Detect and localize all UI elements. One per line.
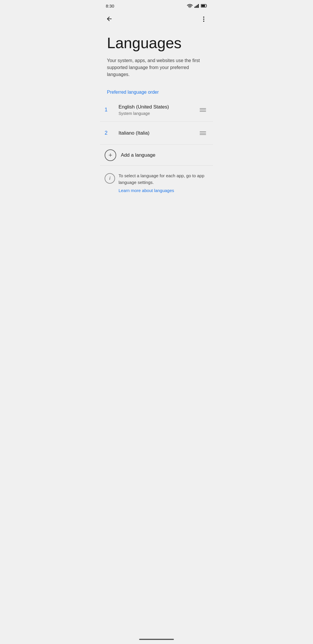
page-description: Your system, apps, and websites use the … (107, 57, 206, 78)
add-language-item[interactable]: + Add a language (100, 145, 213, 166)
language-number-1: 1 (105, 107, 114, 113)
svg-point-7 (203, 17, 204, 18)
more-options-icon (200, 16, 207, 24)
back-arrow-icon (106, 15, 113, 24)
svg-point-0 (190, 8, 190, 8)
svg-rect-4 (198, 4, 199, 8)
svg-rect-3 (197, 5, 198, 8)
language-item-1[interactable]: 1 English (United States) System languag… (100, 98, 213, 122)
language-info-2: Italiano (Italia) (116, 126, 197, 141)
language-subtitle-1: System language (119, 111, 195, 116)
language-info-1: English (United States) System language (116, 100, 197, 120)
add-language-label: Add a language (121, 152, 155, 158)
plus-icon: + (109, 152, 112, 158)
battery-icon (201, 4, 207, 8)
preferred-language-order-label[interactable]: Preferred language order (107, 90, 159, 95)
svg-point-8 (203, 19, 204, 20)
info-description: To select a language for each app, go to… (119, 173, 208, 186)
svg-point-9 (203, 21, 204, 22)
info-text-block: To select a language for each app, go to… (119, 173, 208, 193)
drag-handle-line (200, 108, 206, 109)
info-icon-label: i (109, 176, 110, 181)
language-list: 1 English (United States) System languag… (100, 98, 213, 166)
drag-handle-line (200, 131, 206, 132)
more-options-button[interactable] (197, 13, 211, 27)
status-icons (187, 4, 207, 8)
status-time: 8:30 (106, 3, 114, 8)
svg-rect-6 (201, 5, 205, 7)
drag-handle-line (200, 110, 206, 110)
svg-rect-1 (194, 7, 195, 8)
learn-more-link[interactable]: Learn more about languages (119, 188, 174, 193)
drag-handle-line (200, 133, 206, 133)
language-name-1: English (United States) (119, 104, 195, 110)
add-language-icon: + (105, 149, 116, 161)
drag-handle-2[interactable] (197, 129, 208, 137)
drag-handle-1[interactable] (197, 106, 208, 114)
status-bar: 8:30 (100, 0, 213, 12)
signal-icon (194, 4, 199, 8)
info-icon: i (105, 173, 115, 184)
page-title-area: Languages Your system, apps, and website… (100, 28, 213, 83)
preferred-language-section-header: Preferred language order (100, 83, 213, 98)
language-number-2: 2 (105, 130, 114, 136)
drag-handle-line (200, 134, 206, 135)
back-button[interactable] (102, 13, 116, 27)
info-section: i To select a language for each app, go … (100, 166, 213, 198)
top-app-bar (100, 12, 213, 28)
language-name-2: Italiano (Italia) (119, 130, 195, 136)
drag-handle-line (200, 111, 206, 112)
language-item-2[interactable]: 2 Italiano (Italia) (100, 122, 213, 145)
svg-rect-2 (196, 6, 196, 8)
wifi-icon (187, 4, 193, 8)
page-title: Languages (107, 35, 206, 51)
